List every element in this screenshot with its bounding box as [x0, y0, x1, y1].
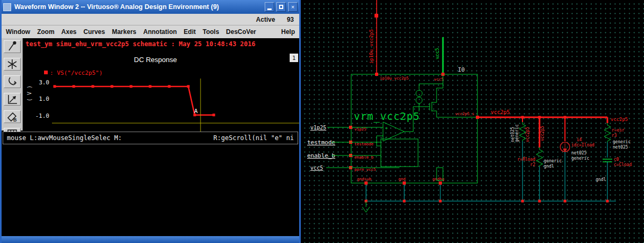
probe-tool-button[interactable] — [4, 40, 21, 53]
pin-label-vcc2p5-s: vcc2p5_s — [455, 111, 474, 116]
snowflake-tool-button[interactable] — [4, 58, 21, 71]
r3-name-label: r3 — [612, 133, 617, 138]
ruler-b-tool-button[interactable]: B — [4, 110, 21, 123]
input-net-labels: v1p25 testmode enable_b vcc5 — [307, 125, 335, 171]
snowflake-icon — [6, 58, 18, 70]
legend-vcc2p5[interactable]: : VS("/vcc2p5") — [50, 70, 102, 76]
r2-name-label: r2 — [530, 162, 535, 167]
hook-tool-button[interactable] — [4, 75, 21, 88]
menu-bar: Window Zoom Axes Curves Markers Annotati… — [2, 25, 299, 38]
schematic-panel[interactable]: ip10u_vcc2p5 vcc5 I0 vrm_vcc2p5 — [301, 0, 644, 243]
screen: Waveform Window 2 -- Virtuoso® Analog De… — [0, 0, 644, 243]
maximize-icon — [279, 5, 283, 9]
opamp-minus: - — [385, 134, 388, 140]
net-label-v1p25[interactable]: v1p25 — [310, 125, 326, 131]
pin-labels: v1p25 testmode enable_b porn_vcc5 ip10u_… — [354, 76, 474, 181]
active-label: Active — [256, 16, 275, 23]
schematic-canvas[interactable]: ip10u_vcc2p5 vcc5 I0 vrm_vcc2p5 — [301, 0, 644, 243]
pin-label-gnd: gnd — [398, 177, 406, 181]
pin-label-gndsub: gndsub — [357, 177, 372, 181]
minimize-icon — [267, 8, 272, 10]
menu-annotation[interactable]: Annotation — [143, 28, 177, 36]
instance-id[interactable]: I0 — [458, 66, 465, 73]
net-label-vcc2p5-right[interactable]: vcc2p5 — [611, 117, 628, 122]
tool-palette: B — [2, 38, 23, 131]
active-count: 93 — [287, 16, 294, 23]
menu-tools[interactable]: Tools — [203, 28, 219, 36]
curve-point — [92, 85, 94, 88]
input-wires[interactable] — [326, 127, 349, 168]
menu-axes[interactable]: Axes — [62, 28, 77, 36]
maximize-button[interactable] — [276, 2, 286, 12]
opamp-plus: + — [385, 125, 388, 131]
i4-label1: net025 — [571, 151, 587, 155]
mouse-bindings-left: mouse L:awvMouseSingleSelec M: — [7, 134, 122, 142]
y1-ticks: 3.0 1.0 -1.0 — [36, 79, 50, 119]
menu-curves[interactable]: Curves — [83, 28, 105, 36]
resistor-r2[interactable] — [536, 147, 543, 167]
title-bar[interactable]: Waveform Window 2 -- Virtuoso® Analog De… — [2, 0, 299, 14]
active-status-bar: Active 93 — [2, 14, 299, 25]
net-label-vcc5[interactable]: vcc5 — [310, 165, 323, 171]
curve-point — [149, 85, 152, 88]
legend-swatch-vcc2p5 — [44, 71, 48, 74]
r1-net2-label: generic — [515, 124, 519, 142]
ruler-b-icon: B — [6, 111, 18, 123]
net-label-enable-b[interactable]: enable_b — [307, 152, 335, 159]
net-label-vcc2p5-vert2: vcc2p5 — [540, 126, 545, 141]
net-label-ip10u[interactable]: ip10u_vcc2p5 — [369, 29, 374, 64]
y1-tick: 1.0 — [39, 96, 49, 102]
waveform-window: Waveform Window 2 -- Virtuoso® Analog De… — [0, 0, 301, 243]
window-menu-icon[interactable] — [3, 3, 11, 11]
menu-markers[interactable]: Markers — [112, 28, 136, 36]
curve-point — [111, 85, 114, 88]
menu-help[interactable]: Help — [281, 28, 295, 36]
schematic-banner: test_ym simu_ehu_vrm_vcc2p5 schematic : … — [23, 38, 299, 49]
net-label-testmode[interactable]: testmode — [307, 139, 335, 146]
i4-value-label: idc=Iload — [571, 143, 595, 147]
i4-name-label: i4 — [577, 137, 582, 142]
hook-icon — [6, 76, 18, 88]
menu-zoom[interactable]: Zoom — [37, 28, 55, 36]
window-filler — [2, 144, 299, 237]
ground-bus[interactable] — [364, 185, 616, 201]
window-title: Waveform Window 2 -- Virtuoso® Analog De… — [13, 3, 263, 11]
plot-area: test_ym simu_ehu_vrm_vcc2p5 schematic : … — [23, 38, 299, 131]
resistor-r3[interactable] — [604, 123, 611, 142]
r2-label1: generic — [544, 159, 562, 163]
instance-name[interactable]: vrm_vcc2p5 — [354, 110, 420, 123]
i4-label2: generic — [571, 156, 589, 161]
pin-label-vcc5: vcc5 — [434, 77, 443, 82]
curve-point — [187, 85, 190, 88]
curve-point — [213, 114, 215, 116]
curve-point — [73, 85, 75, 88]
slope-icon — [6, 93, 18, 105]
y1-tick: 3.0 — [39, 79, 49, 86]
probe-icon — [6, 41, 18, 53]
instance-internals — [349, 74, 476, 180]
page-number: 1 — [292, 55, 296, 62]
net-label-vcc2p5[interactable]: vcc2p5 — [491, 109, 510, 115]
minimize-button[interactable] — [265, 2, 274, 12]
r3-label1: generic — [613, 140, 631, 144]
r2-label2: gndl — [544, 164, 554, 169]
mouse-bindings-right: R:geScroll(nil "e" ni — [213, 134, 294, 142]
close-icon: × — [291, 4, 294, 10]
ground-symbol — [362, 201, 370, 212]
r3-label2: net025 — [613, 145, 628, 150]
window-bottom-frame — [2, 236, 299, 243]
slope-tool-button[interactable] — [4, 93, 21, 106]
net-label-vcc5-top[interactable]: vcc5 — [434, 48, 440, 59]
menu-descover[interactable]: DesCoVer — [226, 28, 256, 36]
pin-label-gndbg: gndbg — [432, 177, 445, 181]
y1-axis-label: ( V ) — [27, 85, 32, 101]
menu-edit[interactable]: Edit — [184, 28, 196, 36]
close-button[interactable]: × — [288, 2, 298, 12]
curve[interactable] — [55, 86, 214, 115]
r3-value-label: r=esr — [612, 128, 624, 133]
curve-point — [168, 85, 171, 88]
menu-window[interactable]: Window — [6, 28, 30, 36]
curve-point — [54, 85, 56, 88]
net-label-vcc2p5-vert1: vcc2p5 — [525, 127, 530, 142]
pin-square — [375, 14, 378, 18]
